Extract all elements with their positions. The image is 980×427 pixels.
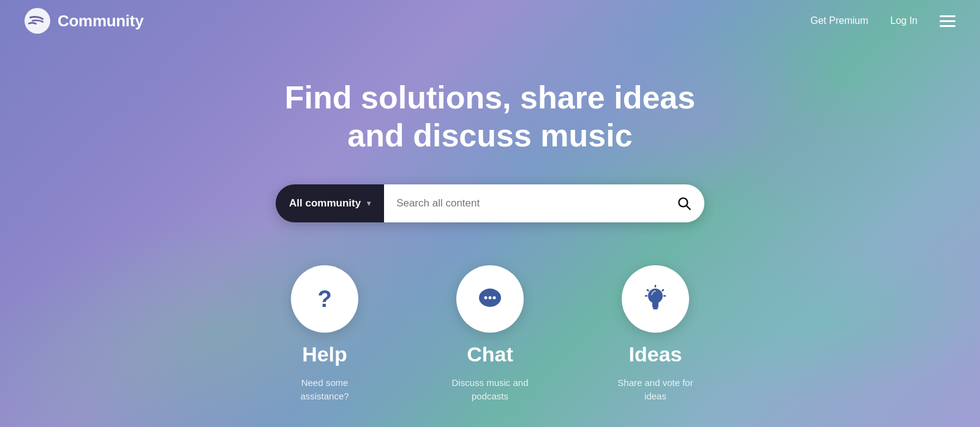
svg-point-7 [489, 296, 492, 299]
hamburger-menu-button[interactable] [940, 15, 956, 27]
get-premium-link[interactable]: Get Premium [810, 15, 868, 26]
navbar-logo-area: Community [24, 8, 143, 34]
svg-rect-9 [652, 306, 658, 308]
feature-card-chat[interactable]: Chat Discuss music and podcasts [444, 265, 536, 404]
chat-icon-circle [456, 265, 524, 333]
hero-section: Find solutions, share ideas and discuss … [0, 42, 980, 427]
feature-card-help[interactable]: ? Help Need some assistance? [279, 265, 371, 404]
search-icon [676, 195, 692, 211]
navbar: Community Get Premium Log In [0, 0, 980, 42]
help-description: Need some assistance? [279, 376, 371, 404]
search-category-dropdown[interactable]: All community ▾ [276, 184, 384, 222]
help-icon-circle: ? [291, 265, 358, 333]
log-in-link[interactable]: Log In [891, 15, 918, 26]
ideas-description: Share and vote for ideas [609, 376, 701, 404]
search-bar: All community ▾ [276, 184, 704, 222]
features-section: ? Help Need some assistance? [279, 265, 701, 416]
svg-line-12 [663, 290, 664, 291]
feature-card-ideas[interactable]: Ideas Share and vote for ideas [609, 265, 701, 404]
search-input-area [384, 184, 704, 222]
chat-bubble-icon [473, 282, 507, 316]
ideas-icon-circle [622, 265, 689, 333]
svg-rect-10 [653, 308, 658, 309]
navbar-right: Get Premium Log In [810, 15, 956, 27]
svg-point-8 [493, 296, 496, 299]
spotify-logo-icon [24, 8, 50, 34]
chat-description: Discuss music and podcasts [444, 376, 536, 404]
search-category-label: All community [289, 197, 361, 210]
ideas-title: Ideas [629, 342, 682, 366]
svg-point-6 [484, 296, 488, 299]
search-input[interactable] [396, 197, 674, 210]
chevron-down-icon: ▾ [367, 199, 371, 208]
hero-title: Find solutions, share ideas and discuss … [285, 78, 695, 155]
question-mark-icon: ? [308, 282, 341, 316]
site-title: Community [58, 12, 143, 31]
svg-text:?: ? [317, 286, 331, 312]
lightbulb-icon [639, 282, 672, 316]
chat-title: Chat [467, 342, 513, 366]
svg-line-2 [687, 206, 690, 210]
help-title: Help [302, 342, 347, 366]
svg-line-13 [647, 290, 649, 291]
search-button[interactable] [674, 193, 695, 214]
